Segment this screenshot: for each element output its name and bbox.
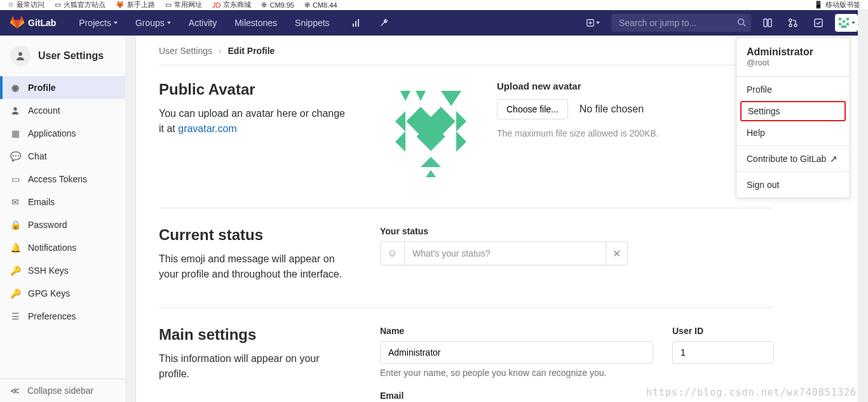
svg-point-8 [789, 24, 792, 27]
svg-point-9 [794, 24, 797, 27]
nav-groups[interactable]: Groups [128, 13, 179, 33]
new-dropdown[interactable] [582, 16, 604, 30]
svg-marker-19 [400, 91, 410, 101]
menu-item-signout[interactable]: Sign out [736, 175, 850, 195]
menu-item-help[interactable]: Help [736, 123, 850, 143]
issues-icon[interactable] [759, 14, 776, 32]
nav-milestones[interactable]: Milestones [227, 13, 285, 33]
bookmark-item[interactable]: JD 京东商城 [212, 0, 251, 10]
merge-request-icon[interactable] [784, 14, 802, 32]
sidebar-item-preferences[interactable]: ☰Preferences [0, 305, 135, 328]
menu-item-profile[interactable]: Profile [736, 79, 850, 100]
wrench-icon[interactable] [376, 14, 393, 32]
svg-marker-26 [456, 111, 466, 131]
key-icon: 🔑 [10, 265, 20, 276]
svg-marker-29 [421, 157, 441, 167]
browser-bookmark-bar: ☆ 最常访问 ▭ 火狐官方站点 🦊 新手上路 ▭ 常用网址 JD 京东商城 ⊕ … [0, 0, 868, 10]
sidebar-title[interactable]: User Settings [0, 36, 135, 76]
svg-point-7 [789, 19, 792, 22]
bookmark-item[interactable]: ▭ 常用网址 [165, 0, 202, 10]
sidebar-item-password[interactable]: 🔒Password [0, 213, 135, 236]
user-menu-header: Administrator @root [736, 40, 850, 74]
todos-icon[interactable] [810, 14, 827, 32]
name-label: Name [380, 326, 653, 336]
bookmark-item[interactable]: ☆ 最常访问 [8, 0, 44, 10]
section-desc: This emoji and message will appear on yo… [159, 251, 349, 282]
avatar-identicon [837, 17, 850, 29]
svg-rect-16 [841, 25, 846, 28]
sidebar-item-chat[interactable]: 💬Chat [0, 145, 135, 168]
bookmark-item[interactable]: 🦊 新手上路 [116, 0, 155, 10]
bookmark-item[interactable]: ▭ 火狐官方站点 [55, 0, 105, 10]
mobile-bookmark-link[interactable]: 📱 移动版书签 [814, 0, 860, 10]
sidebar-item-notifications[interactable]: 🔔Notifications [0, 236, 135, 259]
gravatar-link[interactable]: gravatar.com [178, 123, 236, 134]
sidebar-scrollbar[interactable] [125, 36, 135, 402]
sidebar-item-applications[interactable]: ▦Applications [0, 122, 135, 145]
search-box[interactable] [611, 14, 751, 32]
search-input[interactable] [611, 14, 751, 32]
name-input[interactable] [380, 341, 653, 364]
svg-rect-13 [843, 20, 845, 23]
chat-icon: 💬 [10, 151, 20, 161]
apps-icon: ▦ [10, 128, 20, 138]
emoji-picker-button[interactable]: ☺ [381, 242, 405, 265]
profile-icon: ◉ [10, 83, 20, 93]
collapse-sidebar-button[interactable]: ≪ Collapse sidebar [0, 379, 135, 402]
top-navbar: GitLab Projects Groups Activity Mileston… [0, 10, 868, 36]
svg-rect-1 [355, 21, 356, 27]
file-chosen-label: No file chosen [580, 104, 644, 115]
file-size-hint: The maximum file size allowed is 200KB. [497, 128, 658, 138]
svg-rect-14 [839, 23, 841, 25]
analytics-icon[interactable] [348, 14, 365, 32]
sidebar-item-profile[interactable]: ◉Profile [0, 76, 135, 99]
email-icon: ✉ [10, 197, 20, 207]
svg-rect-11 [839, 18, 841, 20]
nav-projects[interactable]: Projects [71, 13, 125, 33]
page-scrollbar[interactable] [858, 10, 868, 402]
svg-rect-2 [358, 19, 359, 27]
section-title: Current status [159, 226, 349, 244]
section-current-status: Current status This emoji and message wi… [159, 226, 774, 308]
breadcrumb-root[interactable]: User Settings [159, 46, 212, 56]
clear-status-button[interactable]: ✕ [606, 242, 627, 265]
menu-item-contribute[interactable]: Contribute to GitLab ↗ [736, 149, 850, 169]
choose-file-button[interactable]: Choose file... [497, 99, 568, 119]
sidebar: User Settings ◉Profile Account ▦Applicat… [0, 36, 136, 402]
svg-marker-21 [441, 91, 461, 106]
menu-item-settings[interactable]: Settings [740, 101, 846, 121]
userid-input[interactable] [672, 341, 774, 364]
account-icon [10, 106, 20, 115]
section-main-settings: Main settings This information will appe… [159, 326, 774, 402]
sidebar-item-account[interactable]: Account [0, 99, 135, 122]
section-title: Public Avatar [159, 81, 349, 98]
name-help: Enter your name, so people you know can … [380, 368, 653, 378]
status-input[interactable] [405, 242, 606, 265]
svg-marker-28 [456, 131, 466, 152]
user-avatar-dropdown[interactable] [835, 14, 858, 32]
sidebar-item-emails[interactable]: ✉Emails [0, 191, 135, 213]
svg-marker-20 [416, 91, 426, 101]
token-icon: ▭ [10, 174, 20, 184]
sidebar-item-ssh-keys[interactable]: 🔑SSH Keys [0, 259, 135, 282]
svg-rect-6 [768, 19, 771, 27]
chevron-right-icon: › [219, 46, 222, 56]
bell-icon: 🔔 [10, 243, 20, 253]
gitlab-logo[interactable]: GitLab [10, 15, 56, 31]
svg-point-4 [738, 19, 744, 25]
svg-marker-25 [395, 111, 405, 131]
section-title: Main settings [159, 326, 349, 344]
sidebar-item-gpg-keys[interactable]: 🔑GPG Keys [0, 282, 135, 305]
breadcrumb: User Settings › Edit Profile [159, 46, 774, 56]
bookmark-item[interactable]: ⊕ CM9.95 [261, 0, 294, 10]
external-link-icon: ↗ [830, 154, 837, 164]
nav-snippets[interactable]: Snippets [287, 13, 337, 33]
search-icon [737, 18, 746, 29]
bookmark-item[interactable]: ⊕ CM8.44 [304, 0, 337, 10]
svg-marker-27 [395, 131, 405, 152]
chevron-left-icon: ≪ [10, 385, 20, 396]
svg-point-18 [13, 107, 17, 111]
gitlab-logo-icon [10, 15, 24, 31]
nav-activity[interactable]: Activity [181, 13, 224, 33]
sidebar-item-access-tokens[interactable]: ▭Access Tokens [0, 168, 135, 191]
